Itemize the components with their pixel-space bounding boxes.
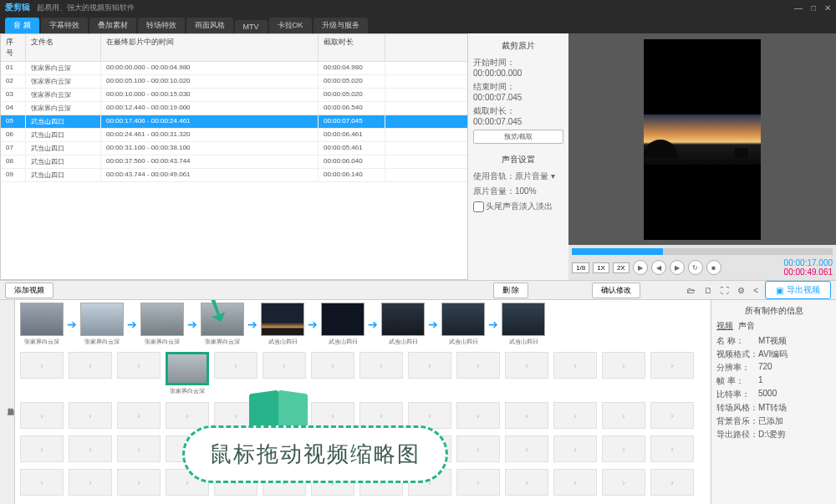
tab-overlay[interactable]: 叠加素材: [89, 18, 136, 33]
table-row[interactable]: 09武当山四日00:00:43.744 - 00:00:49.06100:00:…: [1, 169, 467, 182]
tab-karaoke[interactable]: 卡拉OK: [269, 18, 312, 33]
empty-slot[interactable]: ›: [20, 402, 64, 429]
stop-button[interactable]: ■: [706, 260, 721, 275]
folder-icon[interactable]: 🗁: [687, 286, 696, 295]
clip-thumb[interactable]: [502, 303, 545, 336]
empty-slot[interactable]: ›: [456, 352, 500, 379]
transition-arrow-icon[interactable]: ➔: [127, 318, 137, 331]
empty-slot[interactable]: ›: [20, 435, 64, 462]
fullscreen-icon[interactable]: ⛶: [721, 286, 729, 295]
preview-viewport[interactable]: [568, 33, 836, 245]
clip-thumb[interactable]: [321, 303, 364, 336]
empty-slot[interactable]: ›: [456, 402, 500, 429]
volume-slider[interactable]: 原片音量：100%: [473, 186, 563, 197]
empty-slot[interactable]: ›: [505, 352, 548, 379]
empty-slot[interactable]: ›: [602, 402, 645, 429]
prev-frame-button[interactable]: ◀: [651, 260, 666, 275]
table-row[interactable]: 03张家界白云深00:00:10.000 - 00:00:15.03000:00…: [1, 89, 467, 102]
transition-arrow-icon[interactable]: ➔: [428, 318, 438, 331]
scrub-bar[interactable]: [572, 248, 833, 255]
maximize-icon[interactable]: □: [811, 3, 816, 13]
loop-button[interactable]: ↻: [688, 260, 703, 275]
empty-slot[interactable]: ›: [117, 352, 161, 379]
empty-slot[interactable]: ›: [456, 469, 500, 496]
empty-slot[interactable]: ›: [263, 352, 306, 379]
table-row[interactable]: 08武当山四日00:00:37.560 - 00:00:43.74400:00:…: [1, 155, 467, 169]
tab-upgrade[interactable]: 升级与服务: [314, 18, 368, 33]
empty-slot[interactable]: ›: [553, 352, 597, 379]
empty-slot[interactable]: ›: [359, 352, 403, 379]
clip-thumb[interactable]: [261, 303, 304, 336]
speed-eighth[interactable]: 1/8: [572, 262, 589, 273]
settings-icon[interactable]: ⚙: [737, 286, 745, 295]
info-tab-audio[interactable]: 声音: [738, 320, 755, 332]
transition-arrow-icon[interactable]: ➔: [67, 318, 77, 331]
empty-slot[interactable]: ›: [117, 469, 161, 496]
clip-thumb[interactable]: [80, 303, 124, 336]
export-button[interactable]: ▣ 导出视频: [765, 281, 831, 299]
empty-slot[interactable]: ›: [650, 402, 694, 429]
empty-slot[interactable]: ›: [553, 435, 597, 462]
speed-2x[interactable]: 2X: [613, 262, 630, 273]
minimize-icon[interactable]: —: [794, 3, 803, 13]
next-frame-button[interactable]: ▶: [670, 260, 685, 275]
tab-style[interactable]: 画面风格: [186, 18, 233, 33]
empty-slot[interactable]: ›: [69, 352, 112, 379]
empty-slot[interactable]: ›: [650, 352, 694, 379]
info-tab-video[interactable]: 视频: [716, 320, 733, 332]
empty-slot[interactable]: ›: [166, 402, 209, 429]
table-row[interactable]: 02张家界白云深00:00:05.100 - 00:00:10.02000:00…: [1, 75, 467, 89]
empty-slot[interactable]: ›: [602, 469, 645, 496]
fade-checkbox[interactable]: [473, 201, 484, 212]
table-row[interactable]: 07武当山四日00:00:31.100 - 00:00:38.10000:00:…: [1, 142, 467, 155]
transition-arrow-icon[interactable]: ➔: [368, 318, 378, 331]
transition-arrow-icon[interactable]: ➔: [308, 318, 318, 331]
delete-button[interactable]: 删 除: [493, 283, 529, 298]
snapshot-icon[interactable]: 🗋: [704, 286, 712, 295]
confirm-button[interactable]: 确认修改: [592, 283, 640, 298]
empty-slot[interactable]: ›: [553, 402, 597, 429]
clip-thumb[interactable]: [140, 303, 184, 336]
empty-slot[interactable]: ›: [505, 402, 548, 429]
table-row[interactable]: 05武当山四日00:00:17.406 - 00:00:24.46100:00:…: [1, 115, 467, 129]
empty-slot[interactable]: ›: [650, 469, 694, 496]
speed-1x[interactable]: 1X: [593, 262, 609, 273]
empty-slot[interactable]: ›: [553, 469, 597, 496]
empty-slot[interactable]: ›: [602, 435, 645, 462]
empty-slot[interactable]: ›: [505, 435, 548, 462]
share-icon[interactable]: <: [753, 286, 758, 295]
clip-thumb[interactable]: [441, 303, 485, 336]
empty-slot[interactable]: ›: [20, 469, 64, 496]
close-icon[interactable]: ✕: [824, 3, 831, 13]
empty-slot[interactable]: ›: [69, 469, 112, 496]
empty-slot[interactable]: ›: [456, 435, 500, 462]
transition-arrow-icon[interactable]: ➔: [247, 318, 257, 331]
empty-slot[interactable]: ›: [69, 402, 112, 429]
tab-transition[interactable]: 转场特效: [138, 18, 185, 33]
play-button[interactable]: ▶: [633, 260, 648, 275]
empty-slot[interactable]: ›: [408, 352, 451, 379]
empty-slot[interactable]: ›: [650, 435, 694, 462]
empty-slot[interactable]: ›: [505, 469, 548, 496]
preview-cut-button[interactable]: 预览/截取: [473, 130, 563, 144]
empty-slot[interactable]: ›: [117, 402, 161, 429]
empty-slot[interactable]: ›: [20, 352, 64, 379]
timeline-grid[interactable]: 张家界白云深➔张家界白云深➔张家界白云深➔张家界白云深➔武当山四日➔武当山四日➔…: [15, 300, 711, 504]
tab-audio[interactable]: 音 频: [5, 18, 39, 33]
empty-slot[interactable]: ›: [311, 352, 354, 379]
tab-mtv[interactable]: MTV: [235, 20, 268, 33]
empty-slot[interactable]: ›: [117, 435, 161, 462]
empty-slot[interactable]: ›: [214, 352, 257, 379]
table-row[interactable]: 04张家界白云深00:00:12.440 - 00:00:19.00000:00…: [1, 102, 467, 115]
empty-slot[interactable]: ›: [69, 435, 112, 462]
transition-arrow-icon[interactable]: ➔: [488, 318, 498, 331]
dragged-thumb[interactable]: [166, 352, 209, 385]
add-video-button[interactable]: 添加视频: [5, 283, 54, 298]
empty-slot[interactable]: ›: [602, 352, 645, 379]
clip-thumb[interactable]: [20, 303, 64, 336]
clip-thumb[interactable]: [381, 303, 425, 336]
tab-subtitle[interactable]: 字幕特效: [41, 18, 88, 33]
table-row[interactable]: 06武当山四日00:00:24.461 - 00:00:31.32000:00:…: [1, 129, 467, 142]
table-row[interactable]: 01张家界白云深00:00:00.000 - 00:00:04.98000:00…: [1, 62, 467, 75]
track-select[interactable]: 使用音轨：原片音量 ▾: [473, 171, 563, 182]
